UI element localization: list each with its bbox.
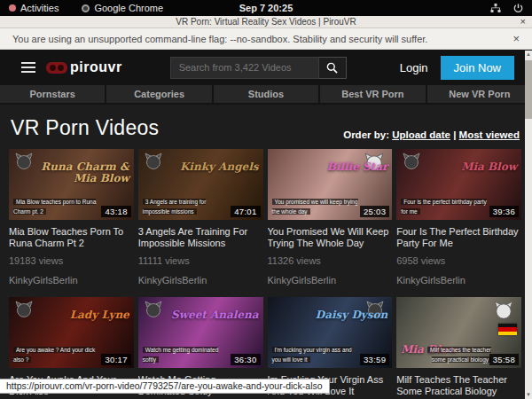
chrome-app-label: Google Chrome [94, 3, 163, 13]
thumbnail-caption: Watch me getting dominated softly [143, 346, 233, 364]
video-card[interactable]: Mia Blow Four is the perfect birthday pa… [396, 149, 521, 286]
video-thumbnail[interactable]: Billie Star You promised we will keep tr… [268, 149, 393, 220]
studio-cat-mask-icon [494, 301, 513, 320]
join-now-button[interactable]: Join Now [441, 56, 514, 80]
video-title[interactable]: You Promised We Will Keep Trying The Who… [268, 226, 393, 249]
recording-indicator-icon [9, 4, 16, 12]
video-title[interactable]: Milf Teaches The Teacher Some Practical … [396, 374, 521, 397]
system-clock[interactable]: Sep 7 20:25 [0, 3, 532, 13]
warning-message: You are using an unsupported command-lin… [12, 34, 427, 44]
channel-link[interactable]: KinkyGirlsBerlin [9, 275, 134, 286]
video-thumbnail[interactable]: Mia Blow Four is the perfect birthday pa… [396, 149, 521, 220]
view-count: 11326 views [268, 255, 393, 266]
studio-cat-mask-icon [15, 301, 33, 318]
thumbnail-overlay-name: Runa Charm & Mia Blow [39, 161, 129, 184]
video-grid: Runa Charm & Mia Blow Mia Blow teaches p… [0, 147, 532, 399]
video-title[interactable]: 3 Angels Are Training For Impossible Mis… [138, 226, 263, 249]
thumbnail-caption: Milf teaches the teacher some practical … [423, 346, 491, 364]
duration-badge: 43:18 [101, 206, 130, 217]
warning-close-icon[interactable]: × [512, 32, 520, 45]
nav-item-new-vr[interactable]: New VR Porn [427, 85, 532, 103]
menu-hamburger-icon[interactable] [21, 62, 35, 73]
thumbnail-caption: 3 Angels are training for impossible mis… [143, 198, 233, 216]
activities-button[interactable]: Activities [9, 3, 59, 13]
search-input[interactable] [170, 57, 319, 79]
nav-item-pornstars[interactable]: Pornstars [0, 85, 105, 103]
activities-label: Activities [20, 3, 59, 13]
status-bar-url: https://pirouvr.com/vr-porn-video/779325… [0, 379, 330, 394]
thumbnail-overlay-name: Billie Star [298, 161, 387, 173]
studio-cat-mask-icon [145, 301, 162, 318]
site-header: pirouvr Login Join Now [0, 50, 532, 85]
thumbnail-overlay-name: Mia Blow [427, 161, 517, 173]
video-thumbnail[interactable]: Mia Blow Milf teaches the teacher some p… [396, 297, 521, 368]
vr-headset-icon [46, 62, 67, 74]
video-thumbnail[interactable]: Lady Lyne Are you awake ? And your dick … [9, 297, 134, 368]
duration-badge: 33:59 [360, 354, 389, 365]
scrollbar-thumb[interactable] [525, 60, 532, 119]
thumbnail-caption: I'm fucking your virgin ass and you will… [272, 346, 363, 364]
order-by-label: Order by: [343, 129, 389, 140]
video-thumbnail[interactable]: Runa Charm & Mia Blow Mia Blow teaches p… [9, 149, 134, 220]
duration-badge: 35:58 [489, 354, 519, 365]
view-count: 19183 views [9, 255, 134, 266]
thumbnail-caption: Mia Blow teaches porn to Runa Charm pt. … [13, 198, 104, 216]
duration-badge: 47:01 [231, 206, 260, 217]
site-logo[interactable]: pirouvr [46, 59, 122, 75]
chrome-icon [82, 4, 90, 12]
video-card[interactable]: Billie Star You promised we will keep tr… [268, 149, 393, 286]
order-most-viewed-link[interactable]: Most viewed [459, 129, 520, 140]
search-button[interactable] [319, 57, 347, 79]
duration-badge: 39:36 [489, 206, 519, 217]
channel-link[interactable]: KinkyGirlsBerlin [268, 275, 393, 286]
duration-badge: 25:03 [360, 206, 389, 217]
search-bar [170, 57, 347, 79]
main-nav: Pornstars Categories Studios Best VR Por… [0, 85, 532, 105]
thumbnail-caption: You promised we will keep trying the who… [272, 198, 363, 216]
scroll-up-arrow-icon[interactable]: ▲ [525, 51, 532, 57]
view-count: 11111 views [138, 255, 263, 266]
video-thumbnail[interactable]: Kinky Angels 3 Angels are training for i… [138, 149, 263, 220]
order-separator: | [453, 129, 456, 140]
system-top-bar: Activities Google Chrome Sep 7 20:25 [0, 0, 532, 16]
nav-item-categories[interactable]: Categories [106, 85, 211, 103]
page-head: VR Porn Videos Order by: Upload date | M… [0, 105, 532, 147]
duration-badge: 36:30 [231, 354, 260, 365]
video-title[interactable]: Four Is The Perfect Birthday Party For M… [396, 226, 521, 249]
video-thumbnail[interactable]: Daisy Dyson I'm fucking your virgin ass … [268, 297, 393, 368]
video-title[interactable]: Mia Blow Teaches Porn To Runa Charm Pt 2 [9, 226, 134, 249]
nav-item-best-vr[interactable]: Best VR Porn [320, 85, 425, 103]
search-icon [326, 62, 338, 74]
login-link[interactable]: Login [400, 61, 428, 74]
order-by-control: Order by: Upload date | Most viewed [343, 129, 520, 140]
chrome-app-indicator[interactable]: Google Chrome [82, 3, 163, 13]
thumbnail-caption: Are you awake ? And your dick also ? [13, 346, 104, 364]
nav-item-studios[interactable]: Studios [214, 85, 318, 103]
studio-cat-mask-icon [15, 153, 33, 170]
duration-badge: 30:17 [101, 354, 130, 365]
video-card[interactable]: Runa Charm & Mia Blow Mia Blow teaches p… [9, 149, 134, 286]
scroll-down-arrow-icon[interactable]: ▼ [525, 392, 532, 397]
thumbnail-overlay-name: Daisy Dyson [298, 309, 387, 321]
german-flag-icon [498, 324, 517, 335]
network-icon[interactable] [490, 4, 501, 13]
thumbnail-overlay-name: Lady Lyne [39, 309, 129, 321]
thumbnail-overlay-name: Sweet Analena [168, 309, 258, 321]
tab-title: VR Porn: Virtual Reality Sex Videos | Pi… [176, 17, 356, 27]
view-count: 6958 views [396, 255, 521, 266]
tab-close-icon[interactable]: × [520, 16, 526, 27]
thumbnail-caption: Four is the perfect birthday party for m… [401, 198, 491, 216]
channel-link[interactable]: KinkyGirlsBerlin [396, 275, 521, 286]
channel-link[interactable]: KinkyGirlsBerlin [138, 275, 263, 286]
order-upload-date-link[interactable]: Upload date [392, 129, 450, 140]
browser-tab-bar: VR Porn: Virtual Reality Sex Videos | Pi… [0, 16, 532, 28]
page-scrollbar[interactable]: ▲ ▼ [525, 51, 532, 399]
video-card[interactable]: Kinky Angels 3 Angels are training for i… [138, 149, 263, 286]
power-icon[interactable] [513, 4, 523, 13]
video-card[interactable]: Mia Blow Milf teaches the teacher some p… [396, 297, 521, 399]
studio-cat-mask-icon [145, 153, 162, 170]
video-thumbnail[interactable]: Sweet Analena Watch me getting dominated… [138, 297, 263, 368]
sandbox-warning-bar: You are using an unsupported command-lin… [0, 28, 532, 50]
studio-cat-mask-icon [403, 153, 420, 170]
site-logo-text: pirouvr [70, 59, 122, 75]
